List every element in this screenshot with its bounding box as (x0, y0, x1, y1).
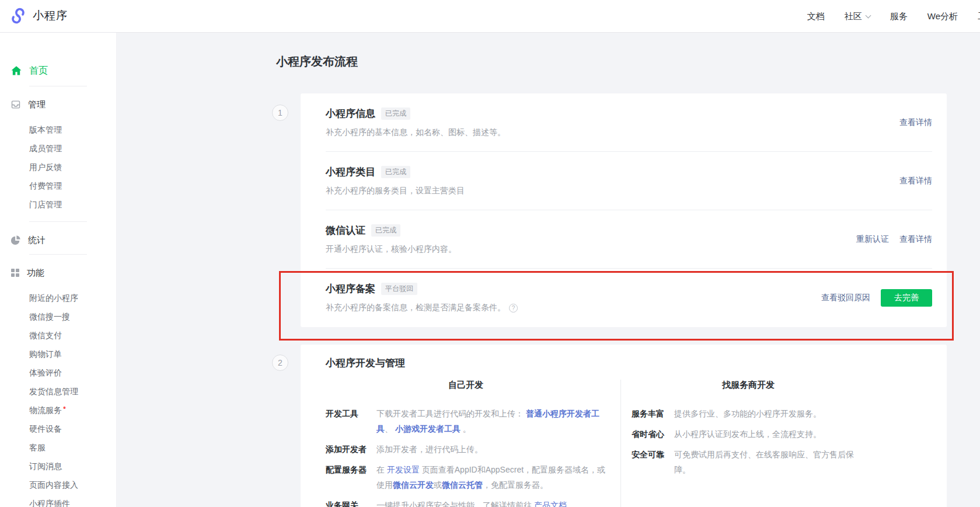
sidebar-home-label: 首页 (29, 65, 48, 77)
sidebar-item-微信支付[interactable]: 微信支付 (0, 326, 116, 345)
top-header: 小程序 文档社区服务We分析工具 (0, 0, 980, 33)
status-badge: 已完成 (381, 166, 410, 178)
dev-row-desc: 可免费试用后再支付、在线客服响应、官方售后保障。 (674, 447, 865, 477)
flow-row: 微信认证已完成开通小程序认证，核验小程序内容。重新认证查看详情 (301, 210, 947, 269)
flow-row-desc-text: 补充小程序的服务类目，设置主营类目 (326, 186, 465, 196)
dev-row-label: 开发工具 (326, 406, 376, 436)
dev-row-开发工具: 开发工具下载开发者工具进行代码的开发和上传： 普通小程序开发者工具、 小游戏开发… (326, 406, 606, 436)
sidebar-item-发货信息管理[interactable]: 发货信息管理 (0, 382, 116, 401)
flow-row-desc-text: 补充小程序的基本信息，如名称、图标、描述等。 (326, 127, 505, 138)
status-badge: 已完成 (381, 107, 410, 120)
nav-item-4[interactable]: 工具 (978, 11, 980, 22)
flow-row-desc: 补充小程序的备案信息，检测是否满足备案条件。? (326, 303, 824, 313)
pie-chart-icon (11, 235, 21, 245)
sidebar-item-硬件设备[interactable]: 硬件设备 (0, 419, 116, 438)
flow-row-title: 小程序信息 (326, 107, 375, 120)
action-link-查看驳回原因[interactable]: 查看驳回原因 (821, 293, 870, 303)
doc-link-开发设置[interactable]: 开发设置 (387, 465, 420, 474)
flow-row-desc: 开通小程序认证，核验小程序内容。 (326, 244, 824, 255)
flow-row-title: 微信认证 (326, 224, 365, 237)
action-link-查看详情[interactable]: 查看详情 (899, 234, 932, 245)
sidebar-item-版本管理[interactable]: 版本管理 (0, 120, 116, 139)
dev-row-desc: 提供多行业、多功能的小程序开发服务。 (674, 406, 865, 421)
dev-row-desc: 从小程序认证到发布上线，全流程支持。 (674, 426, 865, 442)
sidebar-item-客服[interactable]: 客服 (0, 438, 116, 457)
sidebar-item-微信搜一搜[interactable]: 微信搜一搜 (0, 307, 116, 326)
flow-row-actions: 重新认证查看详情 (856, 234, 932, 245)
service-provider-column: 找服务商开发服务丰富提供多行业、多功能的小程序开发服务。省时省心从小程序认证到发… (620, 378, 932, 507)
flow-row-desc-text: 开通小程序认证，核验小程序内容。 (326, 244, 456, 255)
self-develop-column-header: 自己开发 (326, 378, 606, 391)
sidebar-groups: 管理版本管理成员管理用户反馈付费管理门店管理统计功能附近的小程序微信搜一搜微信支… (0, 86, 116, 507)
sidebar-group-label: 统计 (28, 235, 46, 246)
sidebar-group-0[interactable]: 管理 (11, 98, 116, 111)
flow-row-title-line: 微信认证已完成 (326, 223, 824, 237)
flow-row-actions: 查看详情 (899, 117, 932, 128)
dev-row-省时省心: 省时省心从小程序认证到发布上线，全流程支持。 (632, 426, 865, 442)
nav-item-1[interactable]: 社区 (845, 11, 870, 22)
dev-row-desc: 下载开发者工具进行代码的开发和上传： 普通小程序开发者工具、 小游戏开发者工具 … (376, 406, 606, 436)
sidebar-group-label: 管理 (28, 99, 46, 110)
sidebar-item-门店管理[interactable]: 门店管理 (0, 195, 116, 214)
sidebar-divider (29, 254, 87, 255)
sidebar-group-2[interactable]: 功能 (11, 266, 116, 279)
dev-row-label: 配置服务器 (326, 462, 376, 492)
sidebar-group-label: 功能 (27, 268, 44, 279)
sidebar-sublist: 版本管理成员管理用户反馈付费管理门店管理 (0, 120, 116, 214)
sidebar-divider (29, 221, 87, 222)
sidebar-group-1[interactable]: 统计 (11, 234, 116, 246)
sidebar-item-页面内容接入[interactable]: 页面内容接入 (0, 475, 116, 494)
sidebar-item-成员管理[interactable]: 成员管理 (0, 139, 116, 158)
sidebar-item-订阅消息[interactable]: 订阅消息 (0, 457, 116, 475)
action-link-查看详情[interactable]: 查看详情 (899, 176, 932, 186)
nav-item-3[interactable]: We分析 (927, 11, 958, 22)
dev-row-desc: 一键提升小程序安全与性能，了解详情前往 产品文档 (376, 498, 606, 507)
sidebar-item-home[interactable]: 首页 (11, 63, 116, 78)
status-badge: 平台驳回 (381, 283, 417, 295)
sidebar-item-付费管理[interactable]: 付费管理 (0, 176, 116, 195)
sidebar-item-附近的小程序[interactable]: 附近的小程序 (0, 289, 116, 307)
complete-button[interactable]: 去完善 (881, 289, 932, 307)
dev-row-安全可靠: 安全可靠可免费试用后再支付、在线客服响应、官方售后保障。 (632, 447, 865, 477)
flow-row: 小程序信息已完成补充小程序的基本信息，如名称、图标、描述等。查看详情 (301, 93, 947, 152)
doc-link-小游戏开发者工具[interactable]: 小游戏开发者工具 (395, 424, 461, 433)
sidebar: 首页 管理版本管理成员管理用户反馈付费管理门店管理统计功能附近的小程序微信搜一搜… (0, 33, 117, 507)
doc-link-微信云开发[interactable]: 微信云开发 (393, 480, 434, 489)
step-2-number: 2 (272, 355, 288, 371)
sidebar-item-体验评价[interactable]: 体验评价 (0, 363, 116, 382)
app-logo: 小程序 (9, 7, 68, 25)
sidebar-item-物流服务[interactable]: 物流服务• (0, 401, 116, 419)
flow-row: 小程序类目已完成补充小程序的服务类目，设置主营类目查看详情 (301, 152, 947, 210)
help-circle-icon[interactable]: ? (509, 304, 518, 312)
sidebar-item-购物订单[interactable]: 购物订单 (0, 345, 116, 363)
logo-text: 小程序 (33, 8, 68, 23)
flow-row-title-line: 小程序备案平台驳回 (326, 282, 824, 296)
flow-row-title: 小程序类目 (326, 165, 375, 179)
sidebar-item-用户反馈[interactable]: 用户反馈 (0, 158, 116, 176)
red-dot-badge: • (63, 403, 66, 412)
doc-link-微信云托管[interactable]: 微信云托管 (442, 480, 483, 489)
grid-icon (11, 268, 20, 277)
doc-link-产品文档[interactable]: 产品文档 (534, 501, 567, 507)
dev-row-label: 业务网关 (326, 498, 376, 507)
nav-item-2[interactable]: 服务 (890, 11, 908, 22)
develop-columns: 自己开发开发工具下载开发者工具进行代码的开发和上传： 普通小程序开发者工具、 小… (326, 378, 932, 507)
dev-row-配置服务器: 配置服务器在 开发设置 页面查看AppID和AppSecret，配置服务器域名，… (326, 462, 606, 492)
action-link-查看详情[interactable]: 查看详情 (899, 117, 932, 128)
sidebar-item-小程序插件[interactable]: 小程序插件 (0, 494, 116, 507)
dev-row-desc: 在 开发设置 页面查看AppID和AppSecret，配置服务器域名，或使用微信… (376, 462, 606, 492)
inbox-icon (11, 99, 21, 110)
top-nav: 文档社区服务We分析工具 (807, 0, 980, 33)
flow-row-desc-text: 补充小程序的备案信息，检测是否满足备案条件。 (326, 303, 505, 313)
self-develop-column: 自己开发开发工具下载开发者工具进行代码的开发和上传： 普通小程序开发者工具、 小… (326, 378, 620, 507)
flow-row-desc: 补充小程序的服务类目，设置主营类目 (326, 186, 824, 196)
develop-manage-card: 小程序开发与管理 自己开发开发工具下载开发者工具进行代码的开发和上传： 普通小程… (301, 345, 947, 507)
flow-row-actions: 查看驳回原因去完善 (821, 289, 932, 307)
dev-row-label: 添加开发者 (326, 442, 376, 457)
flow-row: 小程序备案平台驳回补充小程序的备案信息，检测是否满足备案条件。?查看驳回原因去完… (301, 269, 947, 327)
dev-row-添加开发者: 添加开发者添加开发者，进行代码上传。 (326, 442, 606, 457)
action-link-重新认证[interactable]: 重新认证 (856, 234, 889, 245)
flow-row-desc: 补充小程序的基本信息，如名称、图标、描述等。 (326, 127, 824, 138)
nav-item-0[interactable]: 文档 (807, 11, 825, 22)
dev-row-业务网关: 业务网关一键提升小程序安全与性能，了解详情前往 产品文档 (326, 498, 606, 507)
